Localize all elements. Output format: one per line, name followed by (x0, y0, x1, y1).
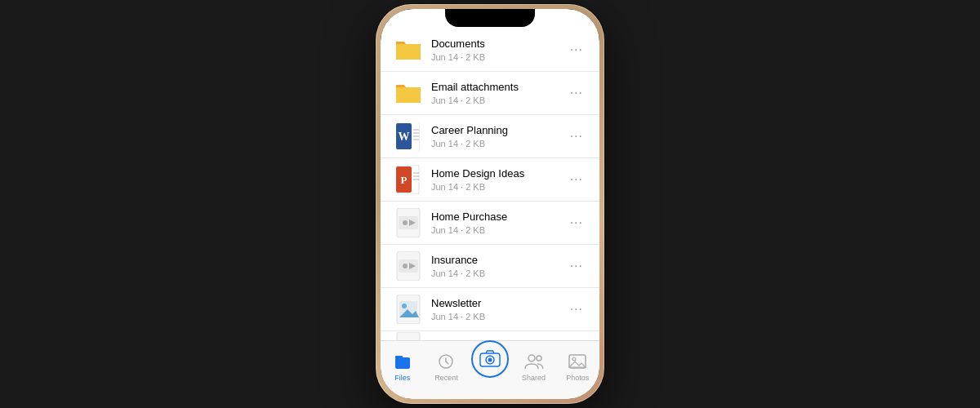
folder-icon (394, 35, 423, 64)
more-button[interactable]: ··· (567, 212, 586, 233)
file-info: Career Planning Jun 14 · 2 KB (431, 124, 567, 149)
svg-point-39 (488, 357, 492, 361)
ppt-icon: P (394, 165, 423, 194)
list-item[interactable]: Home Purchase Jun 14 · 2 KB ··· (381, 202, 599, 245)
svg-rect-1 (396, 87, 421, 103)
tab-bar: Files Recent (381, 340, 599, 399)
people-icon (523, 351, 545, 372)
file-plain-icon (394, 332, 423, 340)
phone-inner: Documents Jun 14 · 2 KB ··· Email atta (381, 9, 599, 399)
svg-marker-44 (569, 361, 586, 367)
file-info: Home Purchase Jun 14 · 2 KB (431, 211, 567, 235)
svg-rect-42 (569, 355, 586, 368)
tab-files[interactable]: Files (381, 351, 425, 382)
file-image-icon (394, 295, 423, 324)
file-name: Home Design Ideas (431, 167, 567, 181)
more-button[interactable]: ··· (567, 126, 586, 147)
svg-rect-32 (395, 357, 410, 369)
file-meta: Jun 14 · 2 KB (431, 268, 567, 278)
more-button[interactable]: ··· (567, 299, 586, 320)
file-name: Insurance (431, 254, 567, 268)
file-name: Newsletter (431, 297, 567, 311)
screen: Documents Jun 14 · 2 KB ··· Email atta (381, 9, 599, 399)
file-name: Documents (431, 38, 567, 51)
list-item[interactable]: Newsletter Jun 14 · 2 KB ··· (381, 288, 599, 331)
notch (445, 9, 535, 27)
folder-icon (394, 78, 423, 108)
svg-text:P: P (401, 174, 408, 186)
files-icon (392, 351, 413, 372)
file-meta: Jun 14 · 2 KB (431, 139, 567, 149)
svg-point-40 (528, 355, 535, 361)
tab-recent[interactable]: Recent (425, 351, 469, 382)
svg-rect-28 (397, 332, 420, 340)
file-media-icon (394, 208, 423, 237)
tab-recent-label: Recent (434, 374, 458, 382)
file-name: Career Planning (431, 124, 567, 138)
tab-photos-label: Photos (566, 374, 589, 382)
more-button[interactable]: ··· (567, 255, 586, 277)
file-info: Email attachments Jun 14 · 2 KB (431, 81, 567, 105)
file-info: Newsletter Jun 14 · 2 KB (431, 297, 567, 322)
list-item[interactable]: Quotes and N... ··· (381, 331, 599, 340)
svg-text:W: W (399, 131, 410, 143)
tab-files-label: Files (394, 374, 410, 382)
file-meta: Jun 14 · 2 KB (431, 312, 567, 322)
tab-shared[interactable]: Shared (512, 351, 556, 382)
svg-point-26 (402, 304, 407, 308)
file-meta: Jun 14 · 2 KB (431, 52, 567, 62)
word-icon: W (394, 122, 423, 151)
tab-camera[interactable] (468, 348, 512, 378)
list-item[interactable]: P Home Design Ideas Jun 14 · 2 KB ··· (381, 158, 599, 202)
file-name: Home Purchase (431, 211, 567, 224)
list-item[interactable]: Email attachments Jun 14 · 2 KB ··· (381, 72, 599, 115)
more-button[interactable]: ··· (567, 169, 586, 190)
svg-point-18 (403, 220, 408, 225)
clock-icon (435, 351, 457, 372)
more-button[interactable]: ··· (567, 336, 586, 340)
file-info: Home Design Ideas Jun 14 · 2 KB (431, 167, 567, 192)
more-button[interactable]: ··· (567, 82, 586, 104)
more-button[interactable]: ··· (567, 39, 586, 60)
svg-point-22 (403, 264, 408, 268)
tab-shared-label: Shared (522, 374, 546, 382)
list-item[interactable]: Insurance Jun 14 · 2 KB ··· (381, 245, 599, 288)
file-name: Email attachments (431, 81, 567, 95)
svg-point-43 (572, 357, 576, 361)
camera-tab-circle (471, 340, 509, 378)
file-info: Insurance Jun 14 · 2 KB (431, 254, 567, 278)
file-meta: Jun 14 · 2 KB (431, 182, 567, 192)
svg-point-41 (537, 356, 541, 361)
tab-photos[interactable]: Photos (555, 351, 599, 382)
file-info: Documents Jun 14 · 2 KB (431, 38, 567, 62)
svg-line-36 (446, 361, 448, 364)
list-item[interactable]: W Career Planning Jun 14 · 2 KB ··· (381, 115, 599, 158)
file-meta: Jun 14 · 2 KB (431, 95, 567, 105)
svg-rect-33 (395, 356, 403, 359)
file-media-icon (394, 251, 423, 281)
file-meta: Jun 14 · 2 KB (431, 225, 567, 235)
file-list: Documents Jun 14 · 2 KB ··· Email atta (381, 9, 599, 340)
svg-rect-0 (396, 44, 421, 60)
photo-icon (567, 351, 588, 372)
phone-frame: Documents Jun 14 · 2 KB ··· Email atta (376, 4, 604, 404)
